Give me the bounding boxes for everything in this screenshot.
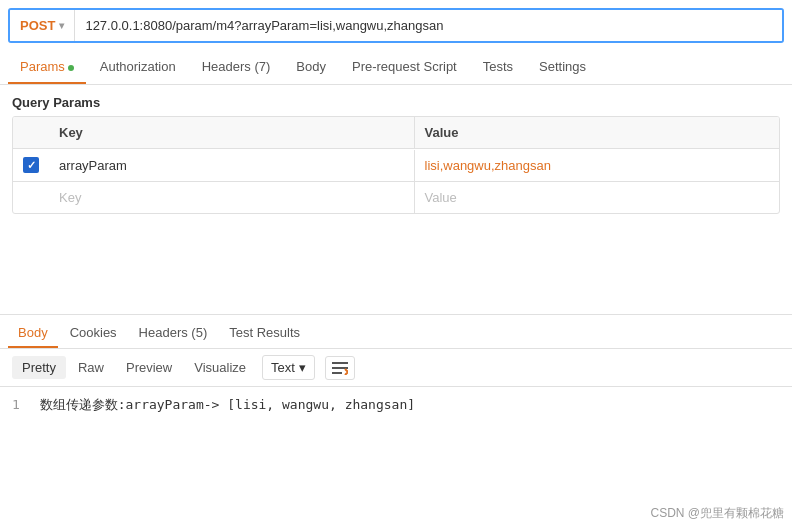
response-text: 数组传递参数:arrayParam-> [lisi, wangwu, zhang… xyxy=(40,397,415,412)
row-checkbox-col xyxy=(13,149,49,181)
header-key-col: Key xyxy=(49,117,414,148)
params-table: Key Value arrayParam lisi,wangwu,zhangsa… xyxy=(12,116,780,214)
tab-tests[interactable]: Tests xyxy=(471,51,525,84)
header-value-col: Value xyxy=(414,117,780,148)
format-pretty[interactable]: Pretty xyxy=(12,356,66,379)
method-select[interactable]: POST ▾ xyxy=(10,10,75,41)
tab-authorization[interactable]: Authorization xyxy=(88,51,188,84)
table-row-empty: Key Value xyxy=(13,182,779,213)
middle-space xyxy=(0,214,792,314)
response-tab-headers[interactable]: Headers (5) xyxy=(129,319,218,348)
table-row: arrayParam lisi,wangwu,zhangsan xyxy=(13,149,779,182)
params-dot xyxy=(68,65,74,71)
row-key[interactable]: arrayParam xyxy=(49,150,414,181)
format-type-select[interactable]: Text ▾ xyxy=(262,355,315,380)
format-bar: Pretty Raw Preview Visualize Text ▾ xyxy=(0,349,792,387)
empty-check-col xyxy=(13,190,49,206)
query-params-title: Query Params xyxy=(0,85,792,116)
response-tab-body[interactable]: Body xyxy=(8,319,58,348)
format-raw[interactable]: Raw xyxy=(68,356,114,379)
tab-params[interactable]: Params xyxy=(8,51,86,84)
url-input[interactable] xyxy=(75,10,782,41)
format-visualize[interactable]: Visualize xyxy=(184,356,256,379)
line-number: 1 xyxy=(12,397,20,412)
format-type-label: Text xyxy=(271,360,295,375)
svg-rect-0 xyxy=(332,362,348,364)
params-table-header: Key Value xyxy=(13,117,779,149)
empty-key[interactable]: Key xyxy=(49,182,414,213)
format-preview[interactable]: Preview xyxy=(116,356,182,379)
response-tab-cookies[interactable]: Cookies xyxy=(60,319,127,348)
tab-body[interactable]: Body xyxy=(284,51,338,84)
tab-settings[interactable]: Settings xyxy=(527,51,598,84)
url-bar: POST ▾ xyxy=(8,8,784,43)
row-value[interactable]: lisi,wangwu,zhangsan xyxy=(414,150,780,181)
response-tab-nav: Body Cookies Headers (5) Test Results xyxy=(0,315,792,349)
response-tab-test-results[interactable]: Test Results xyxy=(219,319,310,348)
format-icon-button[interactable] xyxy=(325,356,355,380)
row-checkbox[interactable] xyxy=(23,157,39,173)
svg-rect-2 xyxy=(332,372,342,374)
lines-icon xyxy=(332,361,348,375)
request-tab-nav: Params Authorization Headers (7) Body Pr… xyxy=(0,51,792,85)
tab-pre-request[interactable]: Pre-request Script xyxy=(340,51,469,84)
format-type-arrow: ▾ xyxy=(299,360,306,375)
method-label: POST xyxy=(20,18,55,33)
empty-value[interactable]: Value xyxy=(414,182,780,213)
header-check-col xyxy=(13,117,49,148)
method-arrow: ▾ xyxy=(59,20,64,31)
tab-headers[interactable]: Headers (7) xyxy=(190,51,283,84)
response-content: 1 数组传递参数:arrayParam-> [lisi, wangwu, zha… xyxy=(0,387,792,424)
